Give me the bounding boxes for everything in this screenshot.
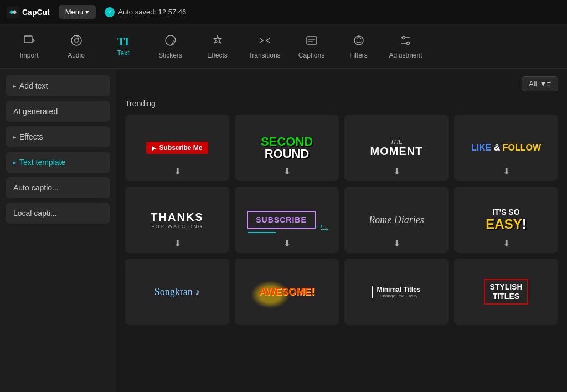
all-filter-button[interactable]: All ▼≡ xyxy=(522,76,558,91)
template-subscribe-box-content: SUBSCRIBE → xyxy=(235,198,339,242)
sidebar-item-effects[interactable]: ▸ Effects xyxy=(6,126,110,147)
template-grid-row-1: Subscribe Me ⬇ SECOND ROUND ⬇ THE xyxy=(125,115,558,181)
sidebar: ▸ Add text AI generated ▸ Effects ▸ Text… xyxy=(0,69,116,392)
template-item-like-follow[interactable]: LIKE & FOLLOW ⬇ xyxy=(454,115,558,181)
its-so-easy-text: IT'S SO EASY! xyxy=(486,208,526,232)
filters-label: Filters xyxy=(349,51,368,59)
nav-item-adjustment[interactable]: Adjustment xyxy=(382,27,429,66)
stickers-label: Stickers xyxy=(158,51,182,59)
template-its-so-easy-content: IT'S SO EASY! xyxy=(454,198,558,242)
capcut-logo-icon xyxy=(7,6,19,18)
sidebar-item-text-template[interactable]: ▸ Text template xyxy=(6,152,110,173)
rome-diaries-text: Rome Diaries xyxy=(369,214,424,226)
second-round-text: SECOND ROUND xyxy=(261,136,313,160)
filters-icon xyxy=(352,34,365,49)
nav-item-filters[interactable]: Filters xyxy=(335,27,382,66)
trending-section-title: Trending xyxy=(125,99,558,108)
import-label: Import xyxy=(19,51,38,59)
template-item-second-round[interactable]: SECOND ROUND ⬇ xyxy=(235,115,339,181)
content-area: All ▼≡ Trending Subscribe Me ⬇ SECOND RO… xyxy=(116,69,567,392)
template-item-its-so-easy[interactable]: IT'S SO EASY! ⬇ xyxy=(454,187,558,253)
template-grid-row-3: Songkran ♪ AWESOME! Minimal Titles Chang xyxy=(125,259,558,325)
template-item-stylish-titles[interactable]: STYLISHTITLES xyxy=(454,259,558,325)
sidebar-item-add-text[interactable]: ▸ Add text xyxy=(6,75,110,96)
template-rome-diaries-content: Rome Diaries xyxy=(344,198,449,242)
sidebar-item-auto-caption[interactable]: Auto captio... xyxy=(6,177,110,198)
template-like-follow-content: LIKE & FOLLOW xyxy=(454,126,558,170)
import-icon xyxy=(23,34,36,49)
captions-label: Captions xyxy=(298,51,324,59)
download-icon-subscribe-me[interactable]: ⬇ xyxy=(174,166,181,177)
download-icon-second-round[interactable]: ⬇ xyxy=(284,166,291,177)
nav-item-import[interactable]: Import xyxy=(6,27,53,66)
the-moment-text: THE MOMENT xyxy=(370,138,423,158)
download-icon-rome-diaries[interactable]: ⬇ xyxy=(393,238,400,249)
minimal-titles-text: Minimal Titles Change Text Easily xyxy=(372,286,420,298)
effects-icon xyxy=(211,34,224,49)
subscribe-me-badge: Subscribe Me xyxy=(146,142,208,154)
sidebar-item-add-text-label: Add text xyxy=(19,81,48,90)
template-item-subscribe-box[interactable]: SUBSCRIBE → ⬇ xyxy=(235,187,339,253)
sidebar-item-auto-caption-label: Auto captio... xyxy=(13,183,59,192)
svg-point-11 xyxy=(406,42,409,44)
like-follow-text: LIKE & FOLLOW xyxy=(471,143,541,153)
stickers-icon xyxy=(164,34,177,49)
template-thanks-content: THANKS FOR WATCHING xyxy=(125,198,229,242)
template-item-subscribe-me[interactable]: Subscribe Me ⬇ xyxy=(125,115,229,181)
template-minimal-titles-content: Minimal Titles Change Text Easily xyxy=(344,270,449,314)
transitions-icon xyxy=(258,34,271,49)
svg-point-9 xyxy=(402,36,405,39)
nav-item-captions[interactable]: Captions xyxy=(288,27,335,66)
nav-item-audio[interactable]: Audio xyxy=(53,27,100,66)
sidebar-item-local-caption[interactable]: Local capti... xyxy=(6,203,110,224)
download-icon-thanks[interactable]: ⬇ xyxy=(174,238,181,249)
all-filter-label: All xyxy=(529,80,537,88)
download-icon-its-so-easy[interactable]: ⬇ xyxy=(503,238,510,249)
template-item-rome-diaries[interactable]: Rome Diaries ⬇ xyxy=(344,187,449,253)
nav-item-text[interactable]: TI Text xyxy=(100,27,147,66)
adjustment-icon xyxy=(399,34,413,49)
awesome-text: AWESOME! xyxy=(259,286,315,298)
template-second-round-content: SECOND ROUND xyxy=(235,126,339,170)
template-item-minimal-titles[interactable]: Minimal Titles Change Text Easily xyxy=(344,259,449,325)
download-icon-the-moment[interactable]: ⬇ xyxy=(393,166,400,177)
stylish-titles-text: STYLISHTITLES xyxy=(484,279,528,305)
sidebar-item-text-template-label: Text template xyxy=(19,158,65,167)
svg-point-3 xyxy=(75,39,78,42)
template-the-moment-content: THE MOMENT xyxy=(344,126,449,170)
menu-button[interactable]: Menu ▾ xyxy=(59,5,96,19)
arrow-icon-effects: ▸ xyxy=(13,134,16,140)
logo-text: CapCut xyxy=(22,8,50,17)
template-grid-row-2: THANKS FOR WATCHING ⬇ SUBSCRIBE → ⬇ xyxy=(125,187,558,253)
chevron-down-icon: ▾ xyxy=(85,8,89,16)
template-item-awesome[interactable]: AWESOME! xyxy=(235,259,339,325)
arrow-icon-text-template: ▸ xyxy=(13,159,16,166)
svg-rect-4 xyxy=(307,37,317,44)
captions-icon xyxy=(305,34,318,49)
text-icon: TI xyxy=(117,36,129,47)
template-item-the-moment[interactable]: THE MOMENT ⬇ xyxy=(344,115,449,181)
download-icon-like-follow[interactable]: ⬇ xyxy=(503,166,510,177)
template-item-thanks[interactable]: THANKS FOR WATCHING ⬇ xyxy=(125,187,229,253)
sidebar-item-ai-generated[interactable]: AI generated xyxy=(6,101,110,122)
download-icon-subscribe-box[interactable]: ⬇ xyxy=(284,238,291,249)
songkran-text: Songkran ♪ xyxy=(154,286,200,298)
transitions-label: Transitions xyxy=(248,51,280,59)
sidebar-item-effects-label: Effects xyxy=(19,132,43,141)
nav-item-effects[interactable]: Effects xyxy=(194,27,241,66)
template-item-songkran[interactable]: Songkran ♪ xyxy=(125,259,229,325)
subscribe-arrow: → xyxy=(319,222,331,236)
nav-item-stickers[interactable]: Stickers xyxy=(147,27,194,66)
nav-item-transitions[interactable]: Transitions xyxy=(241,27,288,66)
template-songkran-content: Songkran ♪ xyxy=(125,270,229,314)
template-subscribe-me-content: Subscribe Me xyxy=(125,126,229,170)
filter-icon: ▼≡ xyxy=(540,80,551,88)
menu-label: Menu xyxy=(65,8,84,16)
subscribe-underline xyxy=(248,232,276,233)
template-stylish-titles-content: STYLISHTITLES xyxy=(454,270,558,314)
audio-icon xyxy=(70,34,83,49)
sidebar-item-local-caption-label: Local capti... xyxy=(13,209,57,218)
text-label: Text xyxy=(117,49,129,57)
svg-point-2 xyxy=(71,35,81,45)
audio-label: Audio xyxy=(68,51,85,59)
